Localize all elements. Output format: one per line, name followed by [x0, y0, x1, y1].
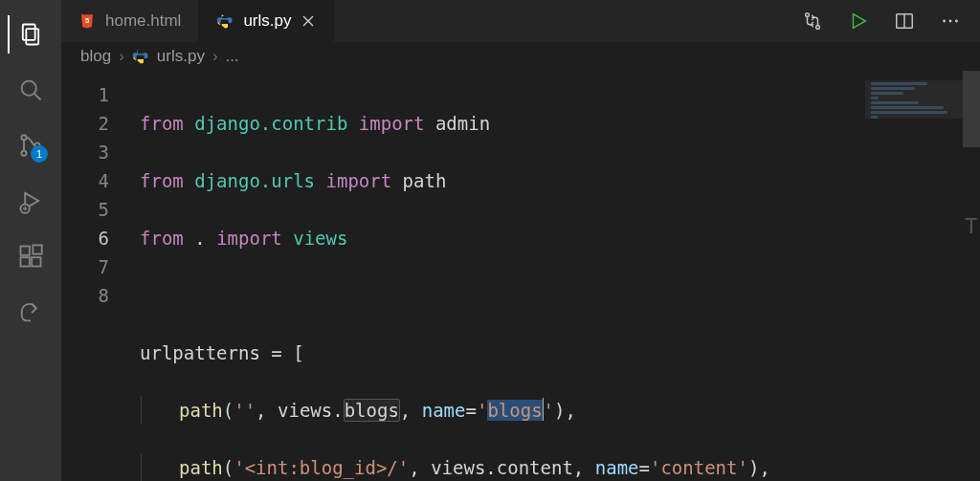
svg-marker-21: [854, 14, 866, 29]
close-icon[interactable]: [301, 13, 316, 29]
overview-ruler[interactable]: Ꭲ: [963, 71, 980, 481]
compare-changes-icon[interactable]: [800, 9, 825, 33]
chevron-right-icon: ›: [119, 47, 124, 66]
tab-urls-py[interactable]: urls.py: [199, 0, 334, 42]
chevron-right-icon: ›: [212, 47, 218, 66]
svg-point-15: [222, 15, 223, 16]
svg-point-2: [22, 81, 36, 96]
svg-line-3: [34, 94, 40, 99]
svg-rect-11: [32, 257, 40, 266]
search-icon[interactable]: [8, 67, 54, 113]
minimap[interactable]: Ꭲ: [865, 71, 980, 481]
breadcrumb-folder[interactable]: blog: [80, 47, 111, 66]
split-editor-icon[interactable]: [892, 9, 917, 33]
line-number-gutter: 1 2 3 4 5 6 7 8: [61, 71, 128, 481]
overview-caret-icon: Ꭲ: [966, 214, 978, 239]
code-area[interactable]: from django.contrib import admin from dj…: [128, 71, 865, 481]
activity-bar: 1: [0, 0, 61, 481]
tab-label: urls.py: [243, 11, 291, 31]
run-icon[interactable]: [846, 9, 871, 33]
explorer-icon[interactable]: [8, 11, 54, 57]
more-actions-icon[interactable]: [938, 9, 963, 33]
svg-point-5: [21, 151, 26, 156]
tab-bar: 5 home.html urls.py: [61, 0, 980, 42]
html-file-icon: 5: [78, 12, 96, 30]
svg-rect-9: [21, 247, 30, 255]
source-control-icon[interactable]: 1: [8, 122, 54, 168]
svg-point-20: [816, 26, 820, 30]
live-share-icon[interactable]: [8, 289, 54, 335]
scrollbar-thumb[interactable]: [963, 71, 980, 147]
editor[interactable]: 1 2 3 4 5 6 7 8 from django.contrib impo…: [61, 71, 980, 481]
svg-rect-12: [33, 245, 41, 253]
tab-home-html[interactable]: 5 home.html: [61, 0, 199, 42]
svg-point-4: [21, 135, 26, 140]
breadcrumb-symbol[interactable]: ...: [226, 47, 239, 66]
tab-label: home.html: [105, 11, 181, 31]
svg-rect-1: [26, 29, 38, 44]
svg-rect-0: [23, 25, 35, 40]
svg-point-16: [227, 26, 228, 27]
run-debug-icon[interactable]: [8, 178, 54, 224]
breadcrumb-file[interactable]: urls.py: [157, 47, 205, 66]
python-file-icon: [216, 12, 234, 30]
editor-actions: [800, 0, 980, 42]
svg-point-25: [949, 20, 952, 23]
extensions-icon[interactable]: [8, 233, 54, 279]
python-file-icon: [132, 48, 149, 65]
svg-point-26: [955, 20, 958, 23]
svg-point-24: [943, 20, 946, 23]
breadcrumb[interactable]: blog › urls.py › ...: [61, 42, 980, 71]
svg-point-19: [806, 13, 810, 17]
svg-rect-10: [21, 257, 30, 266]
scm-badge: 1: [31, 145, 48, 163]
svg-text:5: 5: [85, 16, 89, 25]
